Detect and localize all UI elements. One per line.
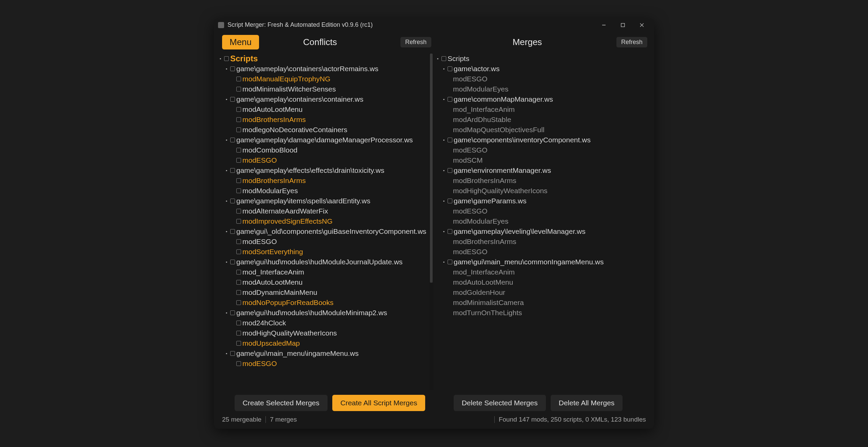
file-row[interactable]: ▪ game\actor.ws [435,64,651,74]
refresh-merges-button[interactable]: Refresh [616,37,647,47]
mod-row[interactable]: modTurnOnTheLights [435,308,651,318]
checkbox[interactable] [236,117,241,122]
collapse-icon[interactable]: ▪ [224,351,229,356]
checkbox[interactable] [230,138,235,142]
tree-root[interactable]: ▪ Scripts [435,54,651,64]
mod-row[interactable]: modHighQualityWeatherIcons [218,328,433,338]
delete-all-button[interactable]: Delete All Merges [551,395,623,411]
mod-row[interactable]: modImprovedSignEffectsNG [218,216,433,226]
mod-row[interactable]: mod24hClock [218,318,433,328]
checkbox[interactable] [448,66,452,71]
checkbox[interactable] [230,260,235,264]
mod-row[interactable]: modModularEyes [435,216,651,226]
file-row[interactable]: ▪ game\gameplay\containers\container.ws [218,94,433,104]
collapse-icon[interactable]: ▪ [224,138,229,142]
mod-row[interactable]: modAutoLootMenu [218,277,433,287]
maximize-button[interactable] [613,19,632,32]
checkbox[interactable] [236,219,241,224]
collapse-icon[interactable]: ▪ [441,229,446,234]
checkbox[interactable] [236,87,241,92]
mod-row[interactable]: modESGO [218,237,433,247]
mod-row[interactable]: modMinimalistCamera [435,298,651,308]
mod-row[interactable]: modAutoLootMenu [218,104,433,115]
file-row[interactable]: ▪ game\gameplay\leveling\levelManager.ws [435,226,651,237]
file-row[interactable]: ▪ game\environmentManager.ws [435,165,651,176]
file-row[interactable]: ▪ game\components\inventoryComponent.ws [435,135,651,145]
mod-row[interactable]: modMapQuestObjectivesFull [435,125,651,135]
checkbox[interactable] [230,97,235,102]
checkbox[interactable] [236,280,241,285]
checkbox[interactable] [236,249,241,254]
checkbox[interactable] [448,168,452,173]
file-row[interactable]: ▪ game\commonMapManager.ws [435,94,651,104]
mod-row[interactable]: modESGO [218,155,433,165]
checkbox[interactable] [236,239,241,244]
collapse-icon[interactable]: ▪ [224,229,229,234]
collapse-icon[interactable]: ▪ [441,199,446,203]
mod-row[interactable]: modUpscaledMap [218,338,433,348]
collapse-icon[interactable]: ▪ [441,97,446,102]
mod-row[interactable]: mod_InterfaceAnim [218,267,433,277]
collapse-icon[interactable]: ▪ [218,56,223,61]
checkbox[interactable] [236,321,241,325]
mod-row[interactable]: mod_InterfaceAnim [435,267,651,277]
checkbox[interactable] [448,260,452,264]
checkbox[interactable] [236,361,241,366]
mod-row[interactable]: modArdDhuStable [435,115,651,125]
file-row[interactable]: ▪ game\gui\hud\modules\hudModuleMinimap2… [218,308,433,318]
collapse-icon[interactable]: ▪ [441,260,446,264]
file-row[interactable]: ▪ game\gameplay\damage\damageManagerProc… [218,135,433,145]
checkbox[interactable] [230,168,235,173]
collapse-icon[interactable]: ▪ [441,138,446,142]
collapse-icon[interactable]: ▪ [224,260,229,264]
file-row[interactable]: ▪ game\gameplay\containers\actorRemains.… [218,64,433,74]
mod-row[interactable]: modAlternateAardWaterFix [218,206,433,216]
mod-row[interactable]: modNoPopupForReadBooks [218,298,433,308]
refresh-conflicts-button[interactable]: Refresh [400,37,431,47]
mod-row[interactable]: modSortEverything [218,247,433,257]
checkbox[interactable] [236,178,241,183]
collapse-icon[interactable]: ▪ [441,168,446,173]
checkbox[interactable] [236,341,241,346]
mod-row[interactable]: modBrothersInArms [218,115,433,125]
checkbox[interactable] [230,229,235,234]
checkbox[interactable] [448,229,452,234]
delete-selected-button[interactable]: Delete Selected Merges [454,395,546,411]
mod-row[interactable]: mod_InterfaceAnim [435,104,651,115]
mod-row[interactable]: modESGO [435,247,651,257]
mod-row[interactable]: modHighQualityWeatherIcons [435,186,651,196]
collapse-icon[interactable]: ▪ [224,66,229,71]
checkbox[interactable] [224,56,229,61]
checkbox[interactable] [236,127,241,132]
checkbox[interactable] [230,310,235,315]
menu-button[interactable]: Menu [222,35,259,49]
mod-row[interactable]: modBrothersInArms [435,176,651,186]
collapse-icon[interactable]: ▪ [224,97,229,102]
mod-row[interactable]: modManualEquipTrophyNG [218,74,433,84]
close-button[interactable] [632,19,651,32]
checkbox[interactable] [236,107,241,112]
checkbox[interactable] [448,199,452,203]
collapse-icon[interactable]: ▪ [441,66,446,71]
mod-row[interactable]: modAutoLootMenu [435,277,651,287]
checkbox[interactable] [236,158,241,163]
checkbox[interactable] [236,188,241,193]
conflicts-scrollthumb[interactable] [430,54,433,283]
file-row[interactable]: ▪ game\gui\_old\components\guiBaseInvent… [218,226,433,237]
file-row[interactable]: ▪ game\gui\hud\modules\hudModuleJournalU… [218,257,433,267]
collapse-icon[interactable]: ▪ [224,168,229,173]
mod-row[interactable]: modSCM [435,155,651,165]
checkbox[interactable] [236,290,241,295]
checkbox[interactable] [236,270,241,275]
mod-row[interactable]: modESGO [435,74,651,84]
mod-row[interactable]: modModularEyes [218,186,433,196]
mod-row[interactable]: modGoldenHour [435,287,651,298]
checkbox[interactable] [230,351,235,356]
collapse-icon[interactable]: ▪ [224,199,229,203]
checkbox[interactable] [230,199,235,203]
checkbox[interactable] [236,209,241,214]
collapse-icon[interactable]: ▪ [435,56,440,61]
tree-root[interactable]: ▪ Scripts [218,54,433,64]
mod-row[interactable]: modESGO [435,206,651,216]
file-row[interactable]: ▪ game\gameplay\effects\effects\drain\to… [218,165,433,176]
